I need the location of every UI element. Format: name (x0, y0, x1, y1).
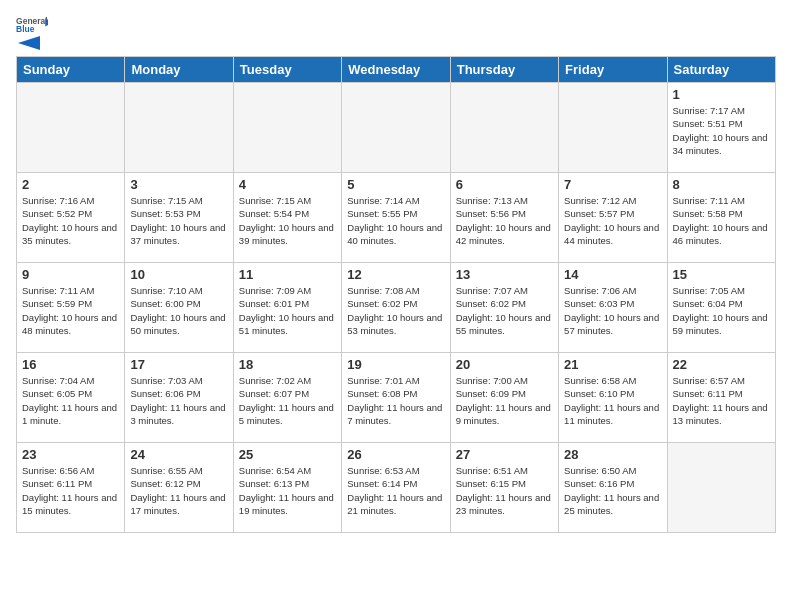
day-info: Sunrise: 7:06 AM Sunset: 6:03 PM Dayligh… (564, 284, 661, 337)
week-row-3: 9Sunrise: 7:11 AM Sunset: 5:59 PM Daylig… (17, 263, 776, 353)
day-info: Sunrise: 6:55 AM Sunset: 6:12 PM Dayligh… (130, 464, 227, 517)
calendar-cell: 4Sunrise: 7:15 AM Sunset: 5:54 PM Daylig… (233, 173, 341, 263)
day-number: 15 (673, 267, 770, 282)
day-number: 6 (456, 177, 553, 192)
day-number: 27 (456, 447, 553, 462)
day-info: Sunrise: 7:17 AM Sunset: 5:51 PM Dayligh… (673, 104, 770, 157)
calendar-cell: 11Sunrise: 7:09 AM Sunset: 6:01 PM Dayli… (233, 263, 341, 353)
day-info: Sunrise: 7:11 AM Sunset: 5:58 PM Dayligh… (673, 194, 770, 247)
calendar-cell: 3Sunrise: 7:15 AM Sunset: 5:53 PM Daylig… (125, 173, 233, 263)
calendar-cell: 26Sunrise: 6:53 AM Sunset: 6:14 PM Dayli… (342, 443, 450, 533)
column-header-thursday: Thursday (450, 57, 558, 83)
column-header-friday: Friday (559, 57, 667, 83)
svg-marker-3 (18, 36, 40, 50)
calendar-cell: 24Sunrise: 6:55 AM Sunset: 6:12 PM Dayli… (125, 443, 233, 533)
day-number: 22 (673, 357, 770, 372)
calendar-cell: 21Sunrise: 6:58 AM Sunset: 6:10 PM Dayli… (559, 353, 667, 443)
column-header-saturday: Saturday (667, 57, 775, 83)
calendar-cell: 15Sunrise: 7:05 AM Sunset: 6:04 PM Dayli… (667, 263, 775, 353)
day-number: 3 (130, 177, 227, 192)
day-number: 1 (673, 87, 770, 102)
calendar-cell: 13Sunrise: 7:07 AM Sunset: 6:02 PM Dayli… (450, 263, 558, 353)
calendar-cell: 17Sunrise: 7:03 AM Sunset: 6:06 PM Dayli… (125, 353, 233, 443)
day-info: Sunrise: 6:57 AM Sunset: 6:11 PM Dayligh… (673, 374, 770, 427)
day-info: Sunrise: 6:54 AM Sunset: 6:13 PM Dayligh… (239, 464, 336, 517)
day-number: 24 (130, 447, 227, 462)
calendar-cell (125, 83, 233, 173)
week-row-1: 1Sunrise: 7:17 AM Sunset: 5:51 PM Daylig… (17, 83, 776, 173)
calendar-cell: 10Sunrise: 7:10 AM Sunset: 6:00 PM Dayli… (125, 263, 233, 353)
week-row-5: 23Sunrise: 6:56 AM Sunset: 6:11 PM Dayli… (17, 443, 776, 533)
column-header-sunday: Sunday (17, 57, 125, 83)
day-number: 14 (564, 267, 661, 282)
calendar-cell: 5Sunrise: 7:14 AM Sunset: 5:55 PM Daylig… (342, 173, 450, 263)
day-info: Sunrise: 7:14 AM Sunset: 5:55 PM Dayligh… (347, 194, 444, 247)
day-info: Sunrise: 7:08 AM Sunset: 6:02 PM Dayligh… (347, 284, 444, 337)
day-info: Sunrise: 7:07 AM Sunset: 6:02 PM Dayligh… (456, 284, 553, 337)
day-info: Sunrise: 7:16 AM Sunset: 5:52 PM Dayligh… (22, 194, 119, 247)
day-number: 28 (564, 447, 661, 462)
day-info: Sunrise: 6:58 AM Sunset: 6:10 PM Dayligh… (564, 374, 661, 427)
calendar-cell (667, 443, 775, 533)
calendar-cell: 25Sunrise: 6:54 AM Sunset: 6:13 PM Dayli… (233, 443, 341, 533)
week-row-4: 16Sunrise: 7:04 AM Sunset: 6:05 PM Dayli… (17, 353, 776, 443)
day-number: 23 (22, 447, 119, 462)
day-info: Sunrise: 7:02 AM Sunset: 6:07 PM Dayligh… (239, 374, 336, 427)
day-info: Sunrise: 7:15 AM Sunset: 5:53 PM Dayligh… (130, 194, 227, 247)
calendar-cell: 8Sunrise: 7:11 AM Sunset: 5:58 PM Daylig… (667, 173, 775, 263)
calendar-cell: 27Sunrise: 6:51 AM Sunset: 6:15 PM Dayli… (450, 443, 558, 533)
day-info: Sunrise: 7:03 AM Sunset: 6:06 PM Dayligh… (130, 374, 227, 427)
day-info: Sunrise: 7:05 AM Sunset: 6:04 PM Dayligh… (673, 284, 770, 337)
day-info: Sunrise: 7:12 AM Sunset: 5:57 PM Dayligh… (564, 194, 661, 247)
calendar-cell: 22Sunrise: 6:57 AM Sunset: 6:11 PM Dayli… (667, 353, 775, 443)
day-number: 9 (22, 267, 119, 282)
day-number: 10 (130, 267, 227, 282)
day-info: Sunrise: 7:15 AM Sunset: 5:54 PM Dayligh… (239, 194, 336, 247)
calendar-cell: 14Sunrise: 7:06 AM Sunset: 6:03 PM Dayli… (559, 263, 667, 353)
week-row-2: 2Sunrise: 7:16 AM Sunset: 5:52 PM Daylig… (17, 173, 776, 263)
svg-text:Blue: Blue (16, 24, 35, 34)
calendar-cell: 16Sunrise: 7:04 AM Sunset: 6:05 PM Dayli… (17, 353, 125, 443)
calendar-cell (559, 83, 667, 173)
day-number: 20 (456, 357, 553, 372)
calendar-cell: 19Sunrise: 7:01 AM Sunset: 6:08 PM Dayli… (342, 353, 450, 443)
day-info: Sunrise: 6:51 AM Sunset: 6:15 PM Dayligh… (456, 464, 553, 517)
calendar-cell: 2Sunrise: 7:16 AM Sunset: 5:52 PM Daylig… (17, 173, 125, 263)
calendar-cell: 12Sunrise: 7:08 AM Sunset: 6:02 PM Dayli… (342, 263, 450, 353)
day-number: 18 (239, 357, 336, 372)
day-info: Sunrise: 7:09 AM Sunset: 6:01 PM Dayligh… (239, 284, 336, 337)
calendar-cell: 23Sunrise: 6:56 AM Sunset: 6:11 PM Dayli… (17, 443, 125, 533)
day-info: Sunrise: 6:56 AM Sunset: 6:11 PM Dayligh… (22, 464, 119, 517)
calendar-cell: 6Sunrise: 7:13 AM Sunset: 5:56 PM Daylig… (450, 173, 558, 263)
day-info: Sunrise: 7:10 AM Sunset: 6:00 PM Dayligh… (130, 284, 227, 337)
day-number: 12 (347, 267, 444, 282)
day-info: Sunrise: 7:00 AM Sunset: 6:09 PM Dayligh… (456, 374, 553, 427)
calendar-cell: 9Sunrise: 7:11 AM Sunset: 5:59 PM Daylig… (17, 263, 125, 353)
day-number: 25 (239, 447, 336, 462)
column-header-wednesday: Wednesday (342, 57, 450, 83)
calendar-cell (17, 83, 125, 173)
column-header-tuesday: Tuesday (233, 57, 341, 83)
day-number: 21 (564, 357, 661, 372)
calendar-cell: 28Sunrise: 6:50 AM Sunset: 6:16 PM Dayli… (559, 443, 667, 533)
day-info: Sunrise: 6:53 AM Sunset: 6:14 PM Dayligh… (347, 464, 444, 517)
day-info: Sunrise: 7:04 AM Sunset: 6:05 PM Dayligh… (22, 374, 119, 427)
calendar-table: SundayMondayTuesdayWednesdayThursdayFrid… (16, 56, 776, 533)
day-number: 26 (347, 447, 444, 462)
day-info: Sunrise: 7:11 AM Sunset: 5:59 PM Dayligh… (22, 284, 119, 337)
calendar-cell: 20Sunrise: 7:00 AM Sunset: 6:09 PM Dayli… (450, 353, 558, 443)
day-number: 16 (22, 357, 119, 372)
day-number: 8 (673, 177, 770, 192)
day-info: Sunrise: 7:01 AM Sunset: 6:08 PM Dayligh… (347, 374, 444, 427)
calendar-cell (342, 83, 450, 173)
day-number: 5 (347, 177, 444, 192)
calendar-cell (233, 83, 341, 173)
calendar-header-row: SundayMondayTuesdayWednesdayThursdayFrid… (17, 57, 776, 83)
day-number: 11 (239, 267, 336, 282)
logo-triangle-icon (18, 36, 40, 50)
day-info: Sunrise: 7:13 AM Sunset: 5:56 PM Dayligh… (456, 194, 553, 247)
day-info: Sunrise: 6:50 AM Sunset: 6:16 PM Dayligh… (564, 464, 661, 517)
logo-icon: General Blue (16, 16, 48, 34)
day-number: 7 (564, 177, 661, 192)
calendar-cell: 18Sunrise: 7:02 AM Sunset: 6:07 PM Dayli… (233, 353, 341, 443)
